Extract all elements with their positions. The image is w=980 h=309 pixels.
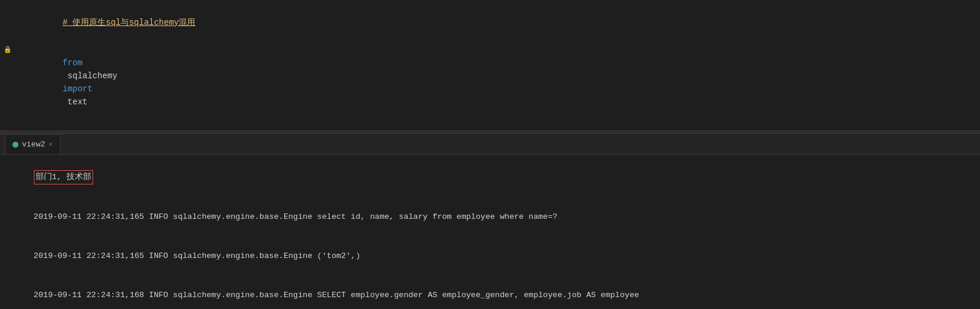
code-line-lock: 🔒 from sqlalchemy import text: [0, 43, 980, 122]
output-highlighted-top: 部门1, 技术部: [5, 157, 975, 197]
tab-label: view2: [22, 140, 45, 149]
comment-text: # 使用原生sql与sqlalchemy混用: [62, 18, 195, 27]
code-editor: # 使用原生sql与sqlalchemy混用 🔒 from sqlalchemy…: [0, 0, 980, 130]
log-text: 2019-09-11 22:24:31,165 INFO sqlalchemy.…: [34, 212, 558, 221]
tab-view2[interactable]: view2 ×: [5, 134, 61, 154]
code-line-3: data = db.session.query( Department ).fr…: [0, 122, 980, 130]
keyword-import: import: [62, 84, 92, 94]
output-log-line-2: 2019-09-11 22:24:31,165 INFO sqlalchemy.…: [5, 237, 975, 276]
result-highlight-top: 部门1, 技术部: [34, 170, 93, 184]
code-line-1: # 使用原生sql与sqlalchemy混用: [0, 2, 980, 43]
output-log-line-1: 2019-09-11 22:24:31,165 INFO sqlalchemy.…: [5, 197, 975, 237]
tab-bar: view2 ×: [0, 134, 980, 155]
code-content: data = db.session.query( Department ).fr…: [33, 123, 975, 130]
tab-icon: [12, 142, 18, 148]
log-text: 2019-09-11 22:24:31,165 INFO sqlalchemy.…: [34, 251, 361, 260]
log-text: 2019-09-11 22:24:31,168 INFO sqlalchemy.…: [34, 291, 639, 300]
tab-close-button[interactable]: ×: [49, 141, 53, 148]
output-content: 部门1, 技术部 2019-09-11 22:24:31,165 INFO sq…: [0, 155, 980, 309]
output-section: view2 × 部门1, 技术部 2019-09-11 22:24:31,165…: [0, 134, 980, 309]
code-content: from sqlalchemy import text: [33, 43, 975, 122]
code-content: # 使用原生sql与sqlalchemy混用: [33, 3, 975, 42]
lock-icon: 🔒: [4, 43, 12, 56]
output-log-line-3: 2019-09-11 22:24:31,168 INFO sqlalchemy.…: [5, 276, 975, 309]
keyword-from: from: [62, 58, 82, 68]
